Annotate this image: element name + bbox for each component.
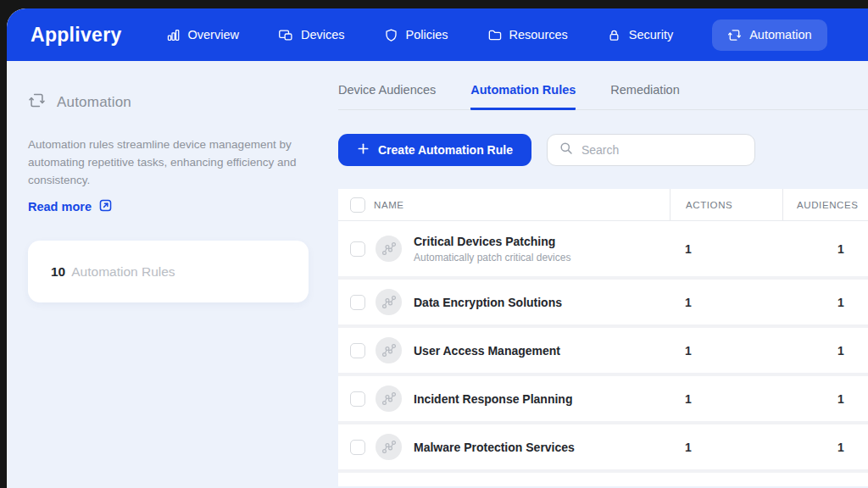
actions-count: 1 <box>685 344 692 358</box>
applivery-logo[interactable]: Applivery <box>31 24 122 47</box>
row-checkbox[interactable] <box>350 241 365 257</box>
audiences-count: 1 <box>837 392 844 406</box>
table-header-row: NAME ACTIONS AUDIENCES <box>338 189 868 220</box>
actions-count: 1 <box>685 392 692 406</box>
table-row[interactable]: Malware Protection Services 1 1 <box>338 421 868 469</box>
graph-nodes-icon <box>381 342 398 359</box>
external-link-icon <box>98 198 113 215</box>
plus-icon <box>357 142 370 158</box>
actions-count: 1 <box>685 296 692 309</box>
table-row[interactable]: Data Encryption Solutions 1 1 <box>338 276 868 324</box>
app-window: Applivery Overview <box>7 8 868 488</box>
row-checkbox[interactable] <box>350 295 365 310</box>
lock-icon <box>607 28 621 42</box>
nav-item-label: Resources <box>509 28 568 42</box>
nav-item-label: Overview <box>188 28 239 42</box>
nav-item-label: Security <box>629 28 673 42</box>
rules-count: 10 <box>51 264 65 280</box>
loop-square-icon <box>727 28 742 42</box>
rule-name: Incident Response Planning <box>414 392 572 406</box>
search-box[interactable] <box>547 134 755 166</box>
create-button-label: Create Automation Rule <box>378 143 513 157</box>
search-input[interactable] <box>581 143 743 157</box>
table-row-partial <box>338 469 868 486</box>
nav-item-resources[interactable]: Resources <box>487 28 568 42</box>
bar-chart-icon <box>166 28 181 42</box>
audiences-count: 1 <box>837 441 844 454</box>
screen: Applivery Overview <box>0 0 868 488</box>
page-title: Automation <box>57 94 131 111</box>
page-body: Automation Automation rules streamline d… <box>7 61 868 488</box>
toolbar: Create Automation Rule <box>338 134 868 166</box>
rule-name: User Access Management <box>414 344 560 358</box>
graph-nodes-icon <box>381 391 398 408</box>
tab-remediation[interactable]: Remediation <box>610 83 679 110</box>
rule-name: Malware Protection Services <box>414 441 575 454</box>
loop-square-icon <box>28 92 46 113</box>
folder-icon <box>487 28 502 42</box>
create-automation-rule-button[interactable]: Create Automation Rule <box>338 134 531 166</box>
avatar <box>376 236 402 262</box>
automation-side-panel: Automation Automation rules streamline d… <box>7 61 338 488</box>
nav-item-label: Policies <box>406 28 448 42</box>
read-more-link[interactable]: Read more <box>28 198 113 215</box>
row-checkbox[interactable] <box>350 343 365 358</box>
nav-item-policies[interactable]: Policies <box>384 28 448 42</box>
column-header-actions: ACTIONS <box>686 200 732 210</box>
audiences-count: 1 <box>837 242 844 256</box>
table-row[interactable]: Incident Response Planning 1 1 <box>338 373 868 421</box>
row-checkbox[interactable] <box>350 440 365 455</box>
nav-item-overview[interactable]: Overview <box>166 28 239 42</box>
tab-bar: Device Audiences Automation Rules Remedi… <box>338 83 868 110</box>
column-header-audiences: AUDIENCES <box>797 200 859 210</box>
nav-item-label: Automation <box>749 28 811 42</box>
graph-nodes-icon <box>381 294 398 311</box>
rule-description: Automatically patch critical devices <box>414 252 570 263</box>
graph-nodes-icon <box>381 241 398 258</box>
rule-name: Critical Devices Patching <box>414 235 570 248</box>
actions-count: 1 <box>685 242 692 256</box>
devices-icon <box>278 28 293 42</box>
shield-icon <box>384 28 398 42</box>
tab-device-audiences[interactable]: Device Audiences <box>338 83 436 110</box>
column-header-name: NAME <box>374 200 404 210</box>
rules-count-label: Automation Rules <box>71 264 175 280</box>
tab-automation-rules[interactable]: Automation Rules <box>470 83 576 110</box>
avatar <box>376 289 402 315</box>
nav-item-label: Devices <box>301 28 345 42</box>
nav-item-security[interactable]: Security <box>607 28 673 42</box>
audiences-count: 1 <box>837 296 844 309</box>
actions-count: 1 <box>685 441 692 454</box>
audiences-count: 1 <box>837 344 844 358</box>
automation-rules-table: NAME ACTIONS AUDIENCES <box>338 189 868 486</box>
avatar <box>376 385 402 412</box>
main-menu: Overview Devices <box>166 19 827 51</box>
graph-nodes-icon <box>381 439 398 456</box>
automation-main-area: Device Audiences Automation Rules Remedi… <box>338 61 868 488</box>
rule-name: Data Encryption Solutions <box>414 296 562 309</box>
nav-item-devices[interactable]: Devices <box>278 28 345 42</box>
table-row[interactable]: User Access Management 1 1 <box>338 324 868 373</box>
select-all-checkbox[interactable] <box>350 197 365 213</box>
search-icon <box>559 141 574 159</box>
avatar <box>376 434 402 460</box>
panel-header: Automation <box>28 92 309 113</box>
nav-item-automation[interactable]: Automation <box>712 19 826 51</box>
read-more-label: Read more <box>28 200 92 214</box>
row-checkbox[interactable] <box>350 391 365 407</box>
automation-description: Automation rules streamline device manag… <box>28 136 320 189</box>
top-navigation-bar: Applivery Overview <box>7 8 868 61</box>
avatar <box>376 337 402 363</box>
table-row[interactable]: Critical Devices Patching Automatically … <box>338 220 868 276</box>
automation-rules-count-card[interactable]: 10 Automation Rules <box>28 241 309 302</box>
